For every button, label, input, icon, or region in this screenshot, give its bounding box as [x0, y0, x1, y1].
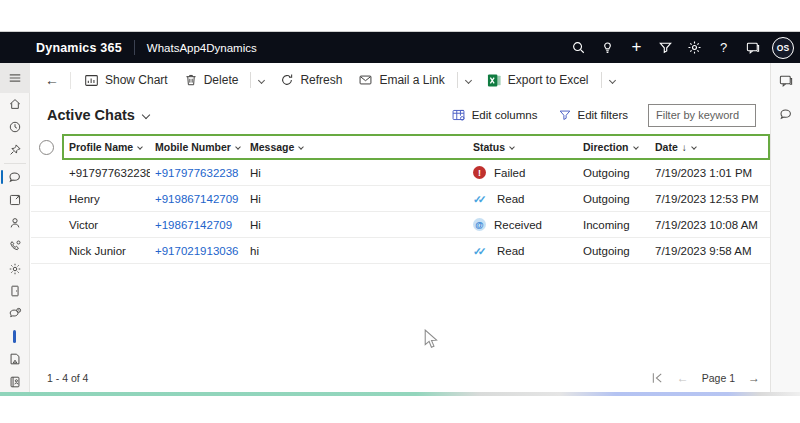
filter-keyword-input[interactable]	[648, 104, 756, 127]
rail-scroll-indicator[interactable]	[13, 330, 16, 344]
pushpin-icon	[8, 143, 22, 157]
cell-direction: Outgoing	[578, 193, 650, 205]
nav-pinned[interactable]	[0, 138, 30, 161]
back-button[interactable]: ←	[39, 70, 65, 90]
status-glyph: @	[475, 220, 483, 230]
nav-recent[interactable]	[0, 116, 30, 139]
show-chart-button[interactable]: Show Chart	[76, 67, 176, 93]
export-excel-button[interactable]: Export to Excel	[479, 67, 597, 93]
export-excel-more-chevron-icon[interactable]	[608, 76, 615, 83]
next-page-button[interactable]: →	[748, 371, 760, 385]
column-header-profile-name[interactable]: Profile Name	[64, 141, 150, 153]
pagination: ← Page 1 →	[651, 371, 760, 385]
refresh-label: Refresh	[300, 73, 342, 87]
email-link-more-chevron-icon[interactable]	[465, 76, 472, 83]
user-avatar[interactable]: OS	[772, 37, 794, 59]
nav-chat-history[interactable]	[0, 303, 30, 326]
nav-active-chats[interactable]	[0, 166, 30, 189]
table-row[interactable]: Victor +19867142709 Hi @ Received Incomi…	[31, 212, 770, 238]
table-row[interactable]: Nick Junior +917021913036 hi ✓✓ Read Out…	[31, 238, 770, 264]
help-button[interactable]: ?	[709, 32, 738, 63]
grid-header-row: Profile Name Mobile Number Message Statu…	[31, 134, 770, 160]
select-all-cell	[31, 140, 62, 155]
search-button[interactable]	[564, 32, 593, 63]
loading-accent-line	[0, 392, 800, 396]
email-link-button[interactable]: Email a Link	[350, 67, 452, 93]
status-glyph: !	[478, 168, 481, 178]
filter-button[interactable]	[651, 32, 680, 63]
address-book-icon	[8, 375, 22, 389]
view-title-label: Active Chats	[47, 107, 135, 123]
cell-status: ✓✓ Read	[468, 244, 578, 257]
excel-icon	[487, 73, 502, 88]
nav-settings[interactable]	[0, 257, 30, 280]
cell-status: ✓✓ Read	[468, 192, 578, 205]
cell-direction: Outgoing	[578, 245, 650, 257]
email-link-split-button: Email a Link	[350, 67, 478, 93]
app-name[interactable]: WhatsApp4Dynamics	[147, 42, 257, 54]
chart-icon	[84, 73, 99, 88]
cell-profile-name: +917977632238	[64, 167, 150, 179]
settings-button[interactable]	[680, 32, 709, 63]
lightbulb-icon	[600, 40, 615, 55]
home-icon	[8, 97, 22, 111]
nav-door[interactable]	[0, 280, 30, 303]
cell-mobile-number-link[interactable]: +19867142709	[150, 219, 245, 231]
page-indicator: Page 1	[702, 372, 735, 384]
edit-columns-icon	[451, 108, 466, 122]
column-header-message[interactable]: Message	[245, 141, 468, 153]
status-glyph: ✓✓	[473, 245, 483, 257]
edit-filters-icon	[558, 108, 572, 122]
dynamics-365-logo[interactable]: Dynamics 365	[36, 41, 122, 55]
nav-report[interactable]	[0, 347, 30, 370]
column-header-date[interactable]: Date ↓	[650, 141, 768, 153]
edit-columns-label: Edit columns	[472, 109, 538, 121]
status-glyph: ✓✓	[473, 193, 483, 205]
previous-page-button[interactable]: ←	[677, 371, 689, 385]
ideas-button[interactable]	[593, 32, 622, 63]
nav-home[interactable]	[0, 93, 30, 116]
select-all-checkbox[interactable]	[39, 140, 54, 155]
cell-mobile-number-link[interactable]: +919867142709	[150, 193, 245, 205]
cell-date: 7/19/2023 12:53 PM	[650, 193, 770, 205]
table-row[interactable]: Henry +919867142709 Hi ✓✓ Read Outgoing …	[31, 186, 770, 212]
column-header-direction[interactable]: Direction	[578, 141, 650, 153]
column-label: Message	[250, 141, 294, 153]
cell-mobile-number-link[interactable]: +917021913036	[150, 245, 245, 257]
cell-mobile-number-link[interactable]: +917977632238	[150, 167, 245, 179]
column-header-status[interactable]: Status	[468, 141, 578, 153]
nav-phone-settings[interactable]	[0, 234, 30, 257]
hamburger-menu-button[interactable]	[0, 63, 30, 93]
first-page-button[interactable]	[651, 372, 664, 384]
export-excel-label: Export to Excel	[508, 73, 589, 87]
conversations-pane-button[interactable]	[771, 97, 800, 131]
table-row[interactable]: +917977632238 +917977632238 Hi ! Failed …	[31, 160, 770, 186]
feedback-button[interactable]	[738, 32, 767, 63]
edit-columns-button[interactable]: Edit columns	[441, 108, 548, 122]
delete-more-chevron-icon[interactable]	[258, 76, 265, 83]
column-menu-chevron-icon	[633, 144, 639, 150]
cell-profile-name: Victor	[64, 219, 150, 231]
cell-status: ! Failed	[468, 166, 578, 179]
record-count: 1 - 4 of 4	[47, 372, 88, 384]
delete-button[interactable]: Delete	[176, 67, 247, 93]
view-selector[interactable]: Active Chats	[47, 107, 149, 123]
nav-contacts[interactable]	[0, 212, 30, 235]
column-menu-chevron-icon	[137, 144, 143, 150]
view-header-actions: Edit columns Edit filters	[441, 104, 770, 127]
column-header-mobile-number[interactable]: Mobile Number	[150, 141, 245, 153]
view-selector-chevron-icon	[142, 111, 150, 119]
teams-chat-pane-button[interactable]	[771, 63, 800, 97]
nav-sessions[interactable]	[0, 189, 30, 212]
command-separator	[70, 72, 71, 89]
window-new-icon	[8, 193, 22, 207]
pane-speech-bubble-icon	[778, 107, 793, 122]
split-divider	[601, 72, 602, 88]
refresh-button[interactable]: Refresh	[272, 67, 350, 93]
edit-filters-button[interactable]: Edit filters	[548, 108, 639, 122]
cell-message: hi	[245, 245, 468, 257]
chat-clock-icon	[8, 307, 22, 321]
nav-address-book[interactable]	[0, 370, 30, 393]
add-button[interactable]: +	[622, 31, 651, 62]
active-chats-grid: Profile Name Mobile Number Message Statu…	[31, 134, 770, 264]
